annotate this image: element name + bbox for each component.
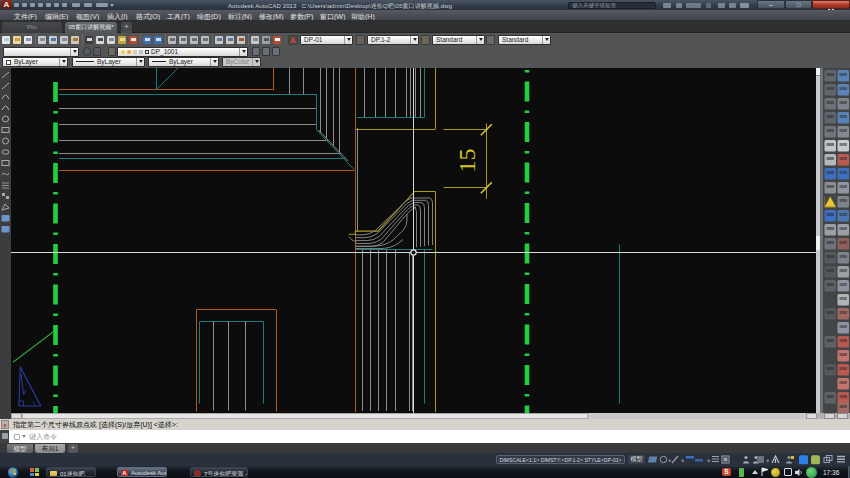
- svg-text:15: 15: [454, 148, 480, 172]
